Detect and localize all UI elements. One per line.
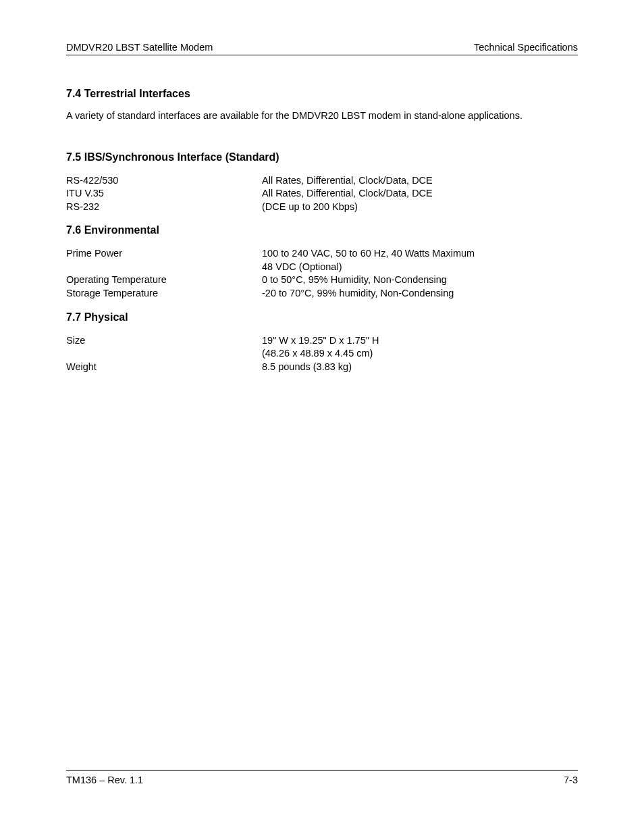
- spec-row: Weight 8.5 pounds (3.83 kg): [66, 361, 578, 374]
- footer-left: TM136 – Rev. 1.1: [66, 775, 143, 785]
- page-header: DMDVR20 LBST Satellite Modem Technical S…: [66, 42, 578, 55]
- spec-value: (DCE up to 200 Kbps): [262, 201, 578, 214]
- spec-label: Weight: [66, 361, 262, 374]
- spec-value-line: 48 VDC (Optional): [262, 261, 578, 274]
- spec-label: Operating Temperature: [66, 273, 262, 287]
- spec-value: 8.5 pounds (3.83 kg): [262, 361, 578, 374]
- spec-row: ITU V.35 All Rates, Differential, Clock/…: [66, 187, 578, 201]
- spec-row: RS-232 (DCE up to 200 Kbps): [66, 201, 578, 214]
- spec-label: Storage Temperature: [66, 287, 262, 301]
- page-content: 7.4 Terrestrial Interfaces A variety of …: [66, 88, 578, 373]
- spec-value: 100 to 240 VAC, 50 to 60 Hz, 40 Watts Ma…: [262, 247, 578, 273]
- spec-row: Size 19" W x 19.25" D x 1.75" H (48.26 x…: [66, 334, 578, 361]
- section-heading-7-7: 7.7 Physical: [66, 311, 578, 323]
- spec-label: RS-422/530: [66, 174, 262, 188]
- spec-value: -20 to 70°C, 99% humidity, Non-Condensin…: [262, 287, 578, 301]
- spec-value: 19" W x 19.25" D x 1.75" H (48.26 x 48.8…: [262, 334, 578, 361]
- spec-value: 0 to 50°C, 95% Humidity, Non-Condensing: [262, 273, 578, 287]
- spec-row: Storage Temperature -20 to 70°C, 99% hum…: [66, 287, 578, 301]
- spec-value: All Rates, Differential, Clock/Data, DCE: [262, 174, 578, 188]
- section-heading-7-6: 7.6 Environmental: [66, 224, 578, 236]
- spec-row: Prime Power 100 to 240 VAC, 50 to 60 Hz,…: [66, 247, 578, 273]
- spec-row: Operating Temperature 0 to 50°C, 95% Hum…: [66, 273, 578, 287]
- header-right: Technical Specifications: [474, 42, 578, 53]
- spec-value: All Rates, Differential, Clock/Data, DCE: [262, 187, 578, 201]
- page-footer: TM136 – Rev. 1.1 7-3: [66, 770, 578, 785]
- spec-label: RS-232: [66, 201, 262, 214]
- spec-value-line: 19" W x 19.25" D x 1.75" H: [262, 334, 578, 348]
- spec-label: ITU V.35: [66, 187, 262, 201]
- spec-value-line: 100 to 240 VAC, 50 to 60 Hz, 40 Watts Ma…: [262, 247, 578, 261]
- spec-label: Size: [66, 334, 262, 348]
- section-heading-7-5: 7.5 IBS/Synchronous Interface (Standard): [66, 151, 578, 163]
- section-heading-7-4: 7.4 Terrestrial Interfaces: [66, 88, 578, 100]
- spec-row: RS-422/530 All Rates, Differential, Cloc…: [66, 174, 578, 188]
- section-7-4-paragraph: A variety of standard interfaces are ava…: [66, 109, 578, 123]
- footer-right: 7-3: [564, 775, 578, 785]
- header-left: DMDVR20 LBST Satellite Modem: [66, 42, 213, 53]
- spec-label: Prime Power: [66, 247, 262, 261]
- spec-value-line: (48.26 x 48.89 x 4.45 cm): [262, 347, 578, 361]
